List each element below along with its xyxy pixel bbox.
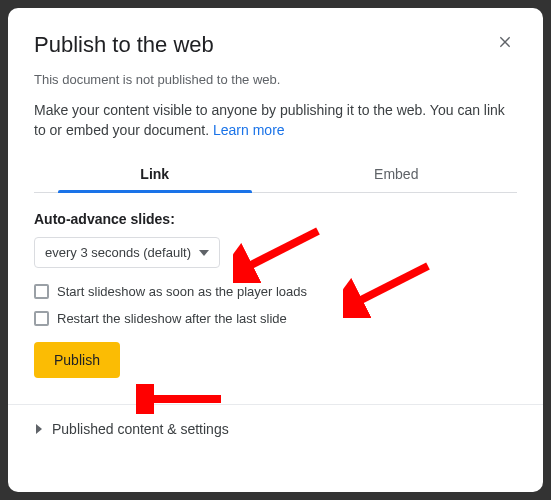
tab-link[interactable]: Link (34, 156, 276, 192)
published-content-label: Published content & settings (52, 421, 229, 437)
publish-status-text: This document is not published to the we… (34, 72, 517, 87)
tab-embed[interactable]: Embed (276, 156, 518, 192)
start-on-load-checkbox[interactable] (34, 284, 49, 299)
caret-down-icon (199, 248, 209, 258)
restart-checkbox[interactable] (34, 311, 49, 326)
publish-dialog: Publish to the web This document is not … (8, 8, 543, 492)
chevron-right-icon (34, 424, 44, 434)
auto-advance-value: every 3 seconds (default) (45, 245, 191, 260)
restart-label: Restart the slideshow after the last sli… (57, 311, 287, 326)
restart-row[interactable]: Restart the slideshow after the last sli… (34, 311, 517, 326)
start-on-load-row[interactable]: Start slideshow as soon as the player lo… (34, 284, 517, 299)
start-on-load-label: Start slideshow as soon as the player lo… (57, 284, 307, 299)
learn-more-link[interactable]: Learn more (213, 122, 285, 138)
auto-advance-label: Auto-advance slides: (34, 211, 517, 227)
tabs: Link Embed (34, 156, 517, 193)
auto-advance-dropdown[interactable]: every 3 seconds (default) (34, 237, 220, 268)
published-content-expander[interactable]: Published content & settings (34, 405, 517, 453)
svg-line-0 (245, 231, 318, 268)
annotation-arrow-icon (233, 223, 323, 283)
dialog-description: Make your content visible to anyone by p… (34, 101, 517, 140)
publish-button[interactable]: Publish (34, 342, 120, 378)
dialog-title: Publish to the web (34, 32, 214, 58)
close-button[interactable] (493, 30, 517, 54)
close-icon (497, 34, 513, 50)
